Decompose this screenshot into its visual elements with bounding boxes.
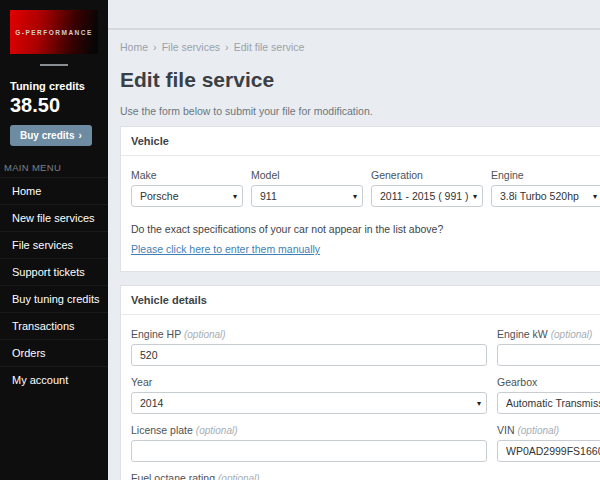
gearbox-select-value: Automatic Transmission (506, 397, 600, 409)
engine-select[interactable]: 3.8i Turbo 520hp ▾ (491, 185, 600, 207)
sidebar-item-support-tickets[interactable]: Support tickets (0, 258, 108, 285)
spec-question-text: Do the exact specifications of your car … (131, 223, 600, 235)
sidebar: G-PERFORMANCE Tuning credits 38.50 Buy c… (0, 0, 108, 480)
vin-input[interactable] (497, 440, 600, 462)
gearbox-select[interactable]: Automatic Transmission ▾ (497, 392, 600, 414)
main-content: Home › File services › Edit file service… (108, 0, 600, 480)
logo-divider (40, 64, 68, 66)
chevron-down-icon: ▾ (593, 186, 597, 207)
model-select[interactable]: 911 ▾ (251, 185, 363, 207)
page-title: Edit file service (120, 68, 600, 92)
vehicle-details-panel-title: Vehicle details (121, 286, 600, 315)
sidebar-item-buy-tuning-credits[interactable]: Buy tuning credits (0, 285, 108, 312)
vehicle-panel-title: Vehicle (121, 127, 600, 156)
engine-kw-optional: (optional) (551, 329, 593, 340)
engine-hp-optional: (optional) (184, 329, 226, 340)
buy-credits-button[interactable]: Buy credits › (10, 125, 92, 146)
license-plate-optional: (optional) (196, 425, 238, 436)
model-label: Model (251, 169, 363, 181)
engine-select-value: 3.8i Turbo 520hp (500, 190, 579, 202)
year-label: Year (131, 376, 487, 388)
tuning-credits-value: 38.50 (10, 94, 108, 117)
fuel-octane-optional: (optional) (218, 473, 260, 480)
sidebar-item-my-account[interactable]: My account (0, 366, 108, 393)
license-plate-label: License plate (optional) (131, 424, 487, 436)
gearbox-label: Gearbox (497, 376, 600, 388)
page-subtitle: Use the form below to submit your file f… (120, 105, 600, 117)
buy-credits-label: Buy credits (20, 130, 74, 141)
fuel-octane-label: Fuel octane rating (optional) (131, 472, 487, 480)
model-select-value: 911 (260, 190, 277, 202)
vin-label: VIN (optional) (497, 424, 600, 436)
generation-select[interactable]: 2011 - 2015 ( 991 ) ▾ (371, 185, 483, 207)
manual-entry-link[interactable]: Please click here to enter them manually (131, 243, 320, 255)
vehicle-details-panel: Vehicle details Engine HP (optional) Eng… (120, 285, 600, 480)
chevron-down-icon: ▾ (473, 186, 477, 207)
breadcrumb: Home › File services › Edit file service (120, 41, 600, 53)
chevron-right-icon: › (78, 130, 81, 141)
brand-logo-text: G-PERFORMANCE (15, 29, 93, 36)
sidebar-item-new-file-services[interactable]: New file services (0, 204, 108, 231)
make-select-value: Porsche (140, 190, 179, 202)
generation-select-value: 2011 - 2015 ( 991 ) (380, 190, 469, 202)
chevron-down-icon: ▾ (353, 186, 357, 207)
chevron-right-icon: › (225, 41, 229, 53)
sidebar-item-home[interactable]: Home (0, 177, 108, 204)
brand-logo: G-PERFORMANCE (10, 10, 98, 54)
license-plate-input[interactable] (131, 440, 487, 462)
year-select-value: 2014 (140, 397, 163, 409)
engine-hp-label: Engine HP (optional) (131, 328, 487, 340)
engine-kw-label: Engine kW (optional) (497, 328, 600, 340)
breadcrumb-home[interactable]: Home (120, 41, 148, 53)
chevron-down-icon: ▾ (477, 393, 481, 414)
engine-label: Engine (491, 169, 600, 181)
generation-label: Generation (371, 169, 483, 181)
sidebar-item-transactions[interactable]: Transactions (0, 312, 108, 339)
make-label: Make (131, 169, 243, 181)
breadcrumb-file-services[interactable]: File services (162, 41, 220, 53)
main-menu-header: MAIN MENU (4, 162, 108, 173)
chevron-right-icon: › (153, 41, 157, 53)
engine-hp-input[interactable] (131, 344, 487, 366)
top-bar (108, 0, 600, 30)
year-select[interactable]: 2014 ▾ (131, 392, 487, 414)
breadcrumb-current: Edit file service (234, 41, 305, 53)
tuning-credits-label: Tuning credits (10, 80, 108, 92)
chevron-down-icon: ▾ (233, 186, 237, 207)
sidebar-item-file-services[interactable]: File services (0, 231, 108, 258)
vehicle-panel: Vehicle Make Porsche ▾ Model 911 (120, 126, 600, 272)
make-select[interactable]: Porsche ▾ (131, 185, 243, 207)
sidebar-item-orders[interactable]: Orders (0, 339, 108, 366)
engine-kw-input[interactable] (497, 344, 600, 366)
vin-optional: (optional) (517, 425, 559, 436)
